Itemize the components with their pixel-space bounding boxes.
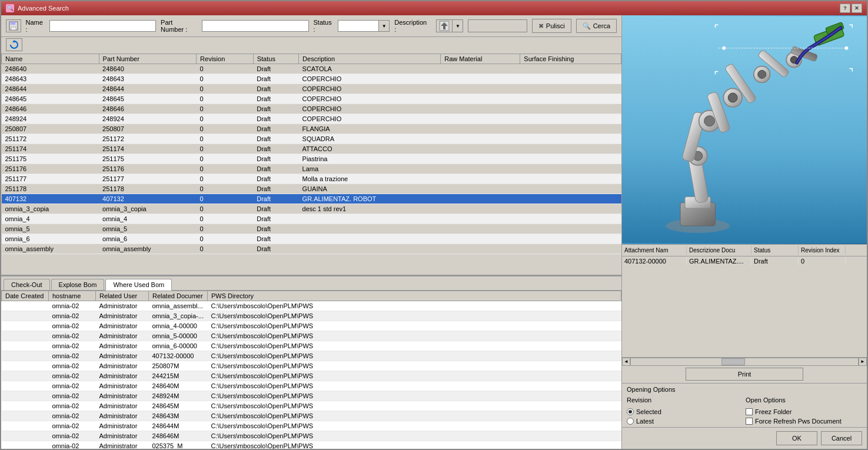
table-row[interactable]: omnia-02Administrator407132-00000C:\User… <box>2 351 621 361</box>
table-row[interactable]: 2489242489240DraftCOPERCHIO <box>2 114 621 124</box>
table-cell <box>520 234 621 244</box>
table-row[interactable]: 2486402486400DraftSCATOLA <box>2 64 621 74</box>
table-row[interactable]: 2511772511770DraftMolla a trazione <box>2 174 621 184</box>
table-row[interactable]: omnia-02Administratoromnia_3_copia-...C:… <box>2 311 621 321</box>
freez-folder-checkbox[interactable] <box>746 408 753 415</box>
cancel-button[interactable]: Cancel <box>821 431 862 445</box>
table-row[interactable]: 2511722511720DraftSQUADRA <box>2 134 621 144</box>
tab-whereused[interactable]: Where Used Bom <box>105 279 172 291</box>
table-cell: 251176 <box>2 164 99 174</box>
table-row[interactable]: 2511762511760DraftLama <box>2 164 621 174</box>
table-cell: 0 <box>197 194 254 204</box>
table-cell <box>2 421 49 431</box>
save-dropdown[interactable] <box>468 19 527 32</box>
table-cell: C:\Users\mboscolo\OpenPLM\PWS <box>208 341 621 351</box>
attachment-row[interactable]: 407132-00000 GR.ALIMENTAZ.... Draft 0 <box>622 256 867 266</box>
close-button[interactable]: ✕ <box>852 4 862 13</box>
table-cell <box>2 431 49 441</box>
bcol-hostname: hostname <box>49 291 96 301</box>
status-dropdown-box[interactable] <box>338 20 379 32</box>
ok-button[interactable]: OK <box>776 431 817 445</box>
partnum-input[interactable] <box>202 20 309 32</box>
status-dropdown-arrow[interactable]: ▼ <box>379 20 390 32</box>
table-cell: Draft <box>253 74 298 84</box>
table-row[interactable]: omnia_5omnia_50Draft <box>2 224 621 234</box>
table-cell <box>520 64 621 74</box>
table-cell <box>441 194 520 204</box>
radio-selected[interactable] <box>627 408 634 415</box>
name-input[interactable] <box>49 20 157 32</box>
table-row[interactable]: omnia-02Administrator248645MC:\Users\mbo… <box>2 401 621 411</box>
table-row[interactable]: omnia-02Administrator244215MC:\Users\mbo… <box>2 371 621 381</box>
save-icon-btn[interactable] <box>6 19 21 32</box>
table-cell <box>299 234 441 244</box>
table-row[interactable]: 2486432486430DraftCOPERCHIO <box>2 74 621 84</box>
table-row[interactable]: omnia-02Administratoromnia_5-00000C:\Use… <box>2 331 621 341</box>
pulisci-button[interactable]: ✖ Pulisci <box>532 19 571 33</box>
table-row[interactable]: 2486442486440DraftCOPERCHIO <box>2 84 621 94</box>
scroll-left-btn[interactable]: ◄ <box>622 358 630 366</box>
table-row[interactable]: omnia_3_copiaomnia_3_copia0Draftdesc 1 s… <box>2 204 621 214</box>
table-cell <box>520 164 621 174</box>
description-label: Description : <box>394 19 427 33</box>
table-row[interactable]: omnia-02Administrator248924MC:\Users\mbo… <box>2 391 621 401</box>
table-row[interactable]: omnia-02Administrator025375_MC:\Users\mb… <box>2 441 621 449</box>
refresh-button[interactable] <box>6 38 22 51</box>
table-cell <box>2 311 49 321</box>
table-cell: 248644 <box>99 84 197 94</box>
bcol-relateduser: Related User <box>96 291 149 301</box>
table-row[interactable]: 2486452486450DraftCOPERCHIO <box>2 94 621 104</box>
table-row[interactable]: omnia_assemblyomnia_assembly0Draft <box>2 244 621 254</box>
attachment-section: Attachment Nam Descrizione Docu Status R… <box>622 245 867 357</box>
table-cell <box>441 224 520 234</box>
export-dropdown-arrow[interactable]: ▼ <box>453 19 463 32</box>
table-row[interactable]: 4071324071320DraftGR.ALIMENTAZ. ROBOT <box>2 194 621 204</box>
revision-options: Revision Selected Latest <box>627 396 743 425</box>
table-cell <box>2 411 49 421</box>
table-cell <box>520 204 621 214</box>
table-row[interactable]: 2511782511780DraftGUAINA <box>2 184 621 194</box>
force-refresh-checkbox[interactable] <box>746 418 753 425</box>
print-button[interactable]: Print <box>686 368 803 381</box>
attach-col-status: Status <box>751 246 799 255</box>
help-button[interactable]: ? <box>840 4 850 13</box>
col-partnum: Part Number <box>99 54 197 64</box>
table-cell: C:\Users\mboscolo\OpenPLM\PWS <box>208 371 621 381</box>
attach-name: 407132-00000 <box>622 257 687 265</box>
table-row[interactable]: 2511742511740DraftATTACCO <box>2 144 621 154</box>
cerca-button[interactable]: 🔍 Cerca <box>576 19 617 33</box>
table-row[interactable]: omnia-02Administrator248643MC:\Users\mbo… <box>2 411 621 421</box>
table-row[interactable]: omnia-02Administrator248640MC:\Users\mbo… <box>2 381 621 391</box>
table-row[interactable]: 2511752511750DraftPiastrina <box>2 154 621 164</box>
table-row[interactable]: omnia-02Administratoromnia_6-00000C:\Use… <box>2 341 621 351</box>
tab-explose[interactable]: Explose Bom <box>51 279 105 290</box>
selected-label: Selected <box>636 408 661 415</box>
tab-checkout[interactable]: Check-Out <box>4 279 50 290</box>
table-row[interactable]: 2508072508070DraftFLANGIA <box>2 124 621 134</box>
table-cell: 0 <box>197 134 254 144</box>
svg-point-21 <box>758 70 766 78</box>
table-row[interactable]: omnia-02Administrator248646MC:\Users\mbo… <box>2 431 621 441</box>
table-row[interactable]: omnia_4omnia_40Draft <box>2 214 621 224</box>
radio-latest[interactable] <box>627 418 634 425</box>
table-row[interactable]: 2486462486460DraftCOPERCHIO <box>2 104 621 114</box>
table-cell <box>520 114 621 124</box>
table-cell: omnia-02 <box>49 371 96 381</box>
table-row[interactable]: omnia_6omnia_60Draft <box>2 234 621 244</box>
status-dropdown[interactable]: ▼ <box>338 20 390 32</box>
h-scrollbar[interactable] <box>630 358 859 366</box>
col-name: Name <box>2 54 99 64</box>
table-row[interactable]: omnia-02Administratoromnia_4-00000C:\Use… <box>2 321 621 331</box>
table-cell <box>441 104 520 114</box>
attachment-scrollbar[interactable]: ◄ ► <box>622 357 867 365</box>
table-cell: 248643 <box>2 74 99 84</box>
table-row[interactable]: omnia-02Administrator250807MC:\Users\mbo… <box>2 361 621 371</box>
radio-latest-row: Latest <box>627 418 743 425</box>
export-icon-btn[interactable] <box>436 19 453 32</box>
table-row[interactable]: omnia-02Administratoromnia_assembl...C:\… <box>2 301 621 311</box>
table-cell: 248640 <box>2 64 99 74</box>
scroll-right-btn[interactable]: ► <box>859 358 867 366</box>
table-cell: 248924 <box>99 114 197 124</box>
table-cell: Draft <box>253 244 298 254</box>
table-row[interactable]: omnia-02Administrator248644MC:\Users\mbo… <box>2 421 621 431</box>
